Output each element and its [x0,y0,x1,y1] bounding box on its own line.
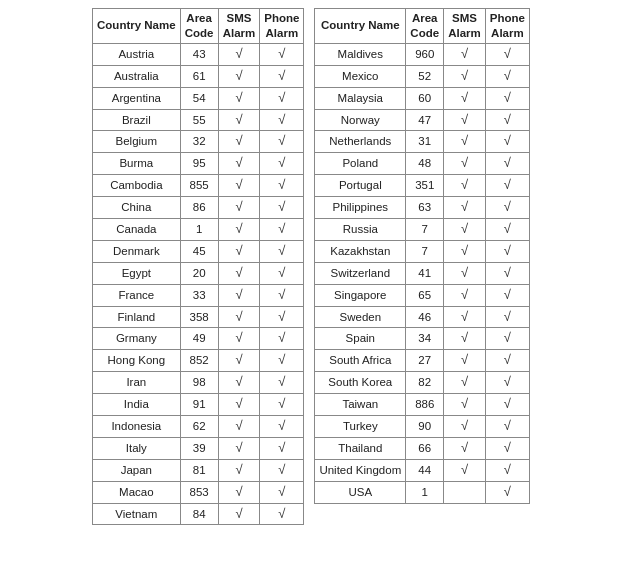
phone-cell: √ [485,284,529,306]
sms-cell: √ [444,437,486,459]
table-row: Burma 95 √ √ [93,153,304,175]
phone-cell: √ [485,131,529,153]
sms-cell: √ [218,459,260,481]
sms-cell: √ [218,131,260,153]
area-cell: 90 [406,416,444,438]
area-cell: 351 [406,175,444,197]
phone-cell: √ [485,219,529,241]
phone-cell: √ [260,131,304,153]
sms-cell: √ [218,65,260,87]
country-cell: Hong Kong [93,350,181,372]
country-cell: Brazil [93,109,181,131]
phone-cell: √ [260,175,304,197]
table-row: Hong Kong 852 √ √ [93,350,304,372]
phone-cell: √ [260,262,304,284]
country-cell: Australia [93,65,181,87]
sms-cell: √ [444,328,486,350]
phone-cell: √ [260,219,304,241]
table-row: China 86 √ √ [93,197,304,219]
country-cell: Japan [93,459,181,481]
t1-header-area: AreaCode [180,9,218,44]
sms-cell: √ [218,262,260,284]
phone-cell: √ [485,87,529,109]
phone-cell: √ [485,109,529,131]
country-cell: Philippines [315,197,406,219]
table-row: Vietnam 84 √ √ [93,503,304,525]
country-cell: South Korea [315,372,406,394]
area-cell: 66 [406,437,444,459]
phone-cell: √ [485,65,529,87]
phone-cell: √ [260,306,304,328]
sms-cell: √ [218,437,260,459]
phone-cell: √ [260,43,304,65]
t2-header-area: AreaCode [406,9,444,44]
sms-cell: √ [444,394,486,416]
sms-cell: √ [218,197,260,219]
sms-cell: √ [218,153,260,175]
country-cell: Spain [315,328,406,350]
table-row: Belgium 32 √ √ [93,131,304,153]
phone-cell: √ [485,416,529,438]
sms-cell: √ [218,219,260,241]
area-cell: 62 [180,416,218,438]
country-cell: China [93,197,181,219]
country-cell: USA [315,481,406,503]
sms-cell: √ [444,175,486,197]
area-cell: 49 [180,328,218,350]
phone-cell: √ [260,153,304,175]
country-cell: Vietnam [93,503,181,525]
t1-header-sms: SMSAlarm [218,9,260,44]
phone-cell: √ [260,197,304,219]
country-cell: Denmark [93,240,181,262]
country-cell: Canada [93,219,181,241]
area-cell: 81 [180,459,218,481]
phone-cell: √ [260,459,304,481]
country-cell: Grmany [93,328,181,350]
table-row: Australia 61 √ √ [93,65,304,87]
table-row: Cambodia 855 √ √ [93,175,304,197]
sms-cell: √ [444,240,486,262]
table-row: Netherlands 31 √ √ [315,131,530,153]
table-row: United Kingdom 44 √ √ [315,459,530,481]
area-cell: 39 [180,437,218,459]
table-row: Kazakhstan 7 √ √ [315,240,530,262]
phone-cell: √ [260,394,304,416]
phone-cell: √ [260,240,304,262]
country-cell: Italy [93,437,181,459]
sms-cell: √ [218,372,260,394]
sms-cell: √ [444,284,486,306]
area-cell: 63 [406,197,444,219]
country-cell: Poland [315,153,406,175]
table-row: South Korea 82 √ √ [315,372,530,394]
sms-cell: √ [444,65,486,87]
table-row: Malaysia 60 √ √ [315,87,530,109]
table-row: Canada 1 √ √ [93,219,304,241]
country-cell: Cambodia [93,175,181,197]
area-cell: 34 [406,328,444,350]
sms-cell: √ [218,416,260,438]
country-cell: Indonesia [93,416,181,438]
phone-cell: √ [260,284,304,306]
country-cell: India [93,394,181,416]
area-cell: 60 [406,87,444,109]
area-cell: 46 [406,306,444,328]
table-row: Thailand 66 √ √ [315,437,530,459]
area-cell: 45 [180,240,218,262]
sms-cell: √ [218,328,260,350]
country-cell: Singapore [315,284,406,306]
table-row: Mexico 52 √ √ [315,65,530,87]
sms-cell: √ [444,372,486,394]
t2-header-phone: PhoneAlarm [485,9,529,44]
area-cell: 31 [406,131,444,153]
area-cell: 54 [180,87,218,109]
t1-header-phone: PhoneAlarm [260,9,304,44]
table-row: Egypt 20 √ √ [93,262,304,284]
table-row: Philippines 63 √ √ [315,197,530,219]
phone-cell: √ [485,328,529,350]
phone-cell: √ [260,372,304,394]
sms-cell: √ [444,153,486,175]
phone-cell: √ [485,43,529,65]
table-row: India 91 √ √ [93,394,304,416]
table-row: Taiwan 886 √ √ [315,394,530,416]
area-cell: 55 [180,109,218,131]
